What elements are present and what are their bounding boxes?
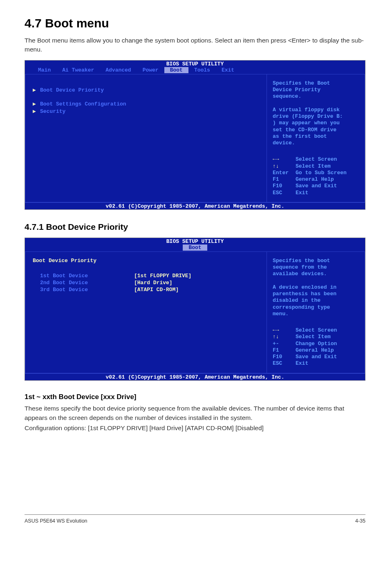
setting-value: [Hard Drive] (134, 280, 173, 286)
tab-advanced: Advanced (100, 67, 137, 73)
menu-label: Security (40, 108, 134, 114)
submenu-arrow-icon: ▶ (33, 108, 40, 114)
tab-boot: Boot (183, 245, 207, 251)
key-label: Select Item (296, 163, 331, 170)
arrows-ud-icon: ↑↓ (273, 334, 296, 340)
help-text: Specifies the boot sequence from the ava… (273, 258, 359, 317)
row-1st-boot-device: 1st Boot Device [1st FLOPPY DRIVE] (33, 273, 259, 279)
tab-main: Main (32, 67, 56, 73)
key-plusminus: +- (273, 341, 296, 347)
bios-tabs: Boot (25, 245, 365, 252)
key-f10: F10 (273, 183, 296, 189)
bios-help-pane: Specifies the boot sequence from the ava… (267, 252, 365, 373)
footer-right: 4-35 (355, 518, 365, 524)
bios-help-pane: Specifies the Boot Device Priority seque… (267, 74, 365, 202)
tab-boot: Boot (164, 67, 188, 73)
key-f1: F1 (273, 347, 296, 354)
key-enter: Enter (273, 170, 296, 176)
group-title: Boot Device Priority (33, 258, 259, 264)
key-esc: ESC (273, 190, 296, 196)
key-esc: ESC (273, 360, 296, 367)
setting-value: [ATAPI CD-ROM] (134, 287, 179, 293)
bios-key-help: ←→Select Screen ↑↓Select Item EnterGo to… (273, 156, 359, 196)
key-label: Exit (296, 190, 308, 196)
menu-item-boot-device-priority: ▶ Boot Device Priority (33, 87, 259, 93)
setting-label: 2nd Boot Device (40, 280, 134, 286)
subsection-heading: 4.7.1 Boot Device Priority (25, 222, 365, 232)
body-text: Configuration options: [1st FLOPPY DRIVE… (25, 423, 365, 433)
key-f1: F1 (273, 176, 296, 183)
submenu-arrow-icon: ▶ (33, 87, 40, 93)
key-label: Save and Exit (296, 354, 337, 360)
item-heading: 1st ~ xxth Boot Device [xxx Drive] (25, 393, 365, 401)
footer-left: ASUS P5E64 WS Evolution (25, 518, 87, 524)
body-text: These items specify the boot device prio… (25, 404, 365, 423)
bios-key-help: ←→Select Screen ↑↓Select Item +-Change O… (273, 327, 359, 367)
key-label: Go to Sub Screen (296, 170, 347, 176)
key-label: Select Screen (296, 327, 337, 334)
menu-item-security: ▶ Security (33, 108, 259, 114)
key-f10: F10 (273, 354, 296, 360)
bios-title: BIOS SETUP UTILITY (25, 238, 365, 245)
bios-tabs: Main Ai Tweaker Advanced Power Boot Tool… (25, 67, 365, 74)
arrows-lr-icon: ←→ (273, 156, 296, 163)
bios-footer: v02.61 (C)Copyright 1985-2007, American … (25, 373, 365, 380)
section-heading: 4.7 Boot menu (25, 16, 365, 30)
key-label: Change Option (296, 341, 337, 347)
arrows-ud-icon: ↑↓ (273, 163, 296, 170)
tab-tools: Tools (188, 67, 216, 73)
key-label: Select Screen (296, 156, 337, 163)
arrows-lr-icon: ←→ (273, 327, 296, 334)
tab-exit: Exit (216, 67, 240, 73)
menu-item-boot-settings-configuration: ▶ Boot Settings Configuration (33, 101, 259, 107)
submenu-arrow-icon: ▶ (33, 101, 40, 107)
row-2nd-boot-device: 2nd Boot Device [Hard Drive] (33, 280, 259, 286)
page-footer: ASUS P5E64 WS Evolution 4-35 (25, 514, 365, 524)
bios-screenshot-1: BIOS SETUP UTILITY Main Ai Tweaker Advan… (25, 60, 365, 210)
key-label: Select Item (296, 334, 331, 340)
bios-screenshot-2: BIOS SETUP UTILITY Boot Boot Device Prio… (25, 238, 365, 381)
key-label: General Help (296, 176, 334, 183)
menu-label: Boot Settings Configuration (40, 101, 134, 107)
bios-left-pane: Boot Device Priority 1st Boot Device [1s… (25, 252, 267, 373)
key-label: Exit (296, 360, 308, 367)
row-3rd-boot-device: 3rd Boot Device [ATAPI CD-ROM] (33, 287, 259, 293)
bios-title: BIOS SETUP UTILITY (25, 61, 365, 67)
bios-footer: v02.61 (C)Copyright 1985-2007, American … (25, 202, 365, 209)
menu-label: Boot Device Priority (40, 87, 134, 93)
intro-text: The Boot menu items allow you to change … (25, 36, 365, 54)
tab-ai-tweaker: Ai Tweaker (56, 67, 100, 73)
setting-label: 1st Boot Device (40, 273, 134, 279)
key-label: General Help (296, 347, 334, 354)
setting-label: 3rd Boot Device (40, 287, 134, 293)
help-text: Specifies the Boot Device Priority seque… (273, 80, 359, 147)
setting-value: [1st FLOPPY DRIVE] (134, 273, 191, 279)
key-label: Save and Exit (296, 183, 337, 189)
bios-left-pane: ▶ Boot Device Priority ▶ Boot Settings C… (25, 74, 267, 202)
tab-power: Power (137, 67, 164, 73)
